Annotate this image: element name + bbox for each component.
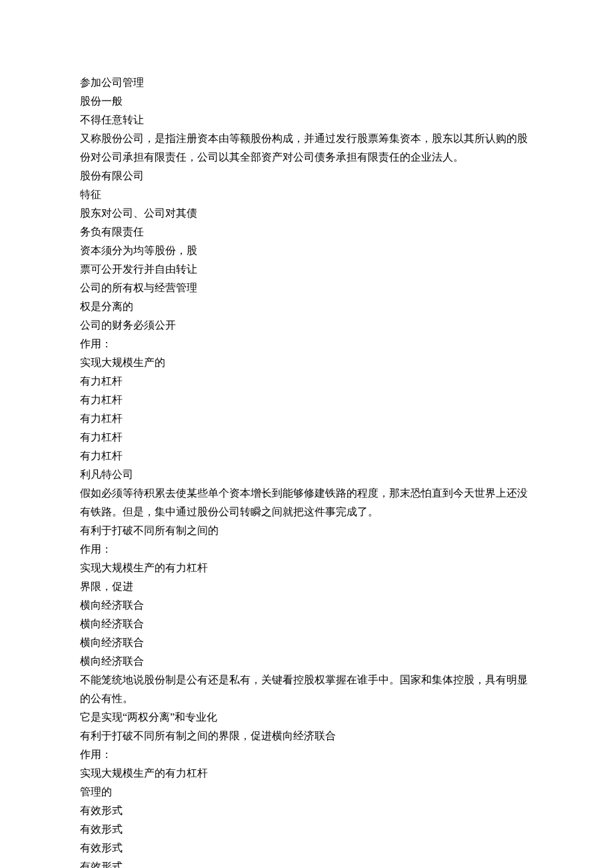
text-line: 实现大规模生产的有力杠杆	[80, 764, 533, 783]
text-line: 又称股份公司，是指注册资本由等额股份构成，并通过发行股票筹集资本，股东以其所认购…	[80, 129, 533, 167]
text-line: 作用：	[80, 335, 533, 353]
text-line: 有效形式	[80, 820, 533, 839]
text-line: 有力杠杆	[80, 428, 533, 447]
text-line: 有效形式	[80, 839, 533, 857]
text-line: 有利于打破不同所有制之间的	[80, 521, 533, 540]
text-line: 横向经济联合	[80, 596, 533, 615]
text-line: 它是实现“两权分离”和专业化	[80, 708, 533, 727]
text-line: 利凡特公司	[80, 465, 533, 484]
text-line: 有效形式	[80, 801, 533, 820]
text-line: 有力杠杆	[80, 447, 533, 465]
document-body: 参加公司管理股份一般不得任意转让又称股份公司，是指注册资本由等额股份构成，并通过…	[80, 73, 533, 868]
text-line: 有力杠杆	[80, 409, 533, 428]
text-line: 管理的	[80, 783, 533, 801]
text-line: 横向经济联合	[80, 652, 533, 671]
text-line: 公司的财务必须公开	[80, 316, 533, 335]
text-line: 股东对公司、公司对其债	[80, 204, 533, 223]
text-line: 作用：	[80, 745, 533, 764]
text-line: 不得任意转让	[80, 111, 533, 129]
text-line: 务负有限责任	[80, 223, 533, 241]
text-line: 票可公开发行并自由转让	[80, 260, 533, 279]
text-line: 有力杠杆	[80, 391, 533, 409]
text-line: 有效形式	[80, 857, 533, 868]
text-line: 不能笼统地说股份制是公有还是私有，关键看控股权掌握在谁手中。国家和集体控股，具有…	[80, 671, 533, 708]
text-line: 有力杠杆	[80, 372, 533, 391]
text-line: 股份有限公司	[80, 167, 533, 185]
text-line: 资本须分为均等股份，股	[80, 241, 533, 260]
text-line: 实现大规模生产的	[80, 353, 533, 372]
text-line: 作用：	[80, 540, 533, 559]
text-line: 横向经济联合	[80, 633, 533, 652]
text-line: 假如必须等待积累去使某些单个资本增长到能够修建铁路的程度，那末恐怕直到今天世界上…	[80, 484, 533, 521]
text-line: 参加公司管理	[80, 73, 533, 92]
text-line: 股份一般	[80, 92, 533, 111]
text-line: 公司的所有权与经营管理	[80, 279, 533, 297]
text-line: 特征	[80, 185, 533, 204]
text-line: 权是分离的	[80, 297, 533, 316]
text-line: 横向经济联合	[80, 615, 533, 633]
text-line: 有利于打破不同所有制之间的界限，促进横向经济联合	[80, 727, 533, 745]
text-line: 界限，促进	[80, 577, 533, 596]
text-line: 实现大规模生产的有力杠杆	[80, 559, 533, 577]
